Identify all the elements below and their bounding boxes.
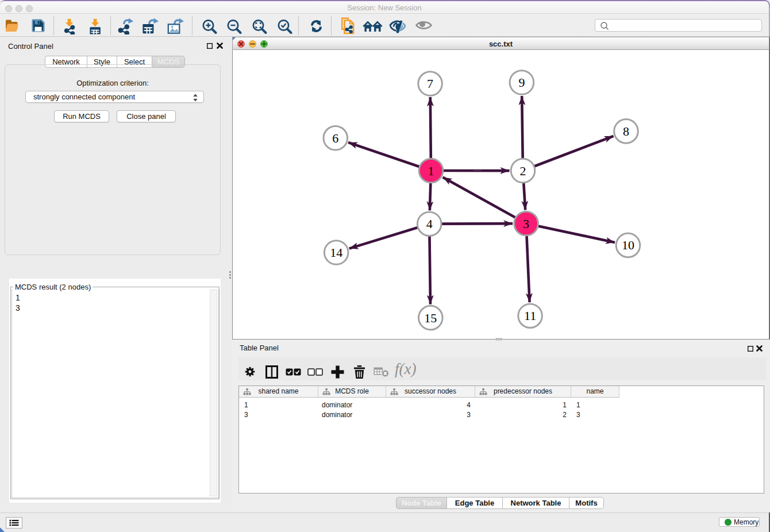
svg-text:2: 2: [520, 164, 526, 178]
svg-text:9: 9: [518, 75, 525, 90]
svg-text:10: 10: [622, 238, 634, 252]
svg-text:8: 8: [623, 124, 629, 138]
svg-text:7: 7: [427, 76, 433, 91]
svg-text:1: 1: [428, 164, 434, 178]
svg-text:14: 14: [330, 245, 342, 260]
svg-text:11: 11: [524, 309, 536, 323]
svg-text:4: 4: [426, 217, 433, 231]
svg-text:6: 6: [332, 131, 338, 145]
svg-text:3: 3: [523, 217, 529, 231]
svg-text:15: 15: [424, 311, 437, 325]
